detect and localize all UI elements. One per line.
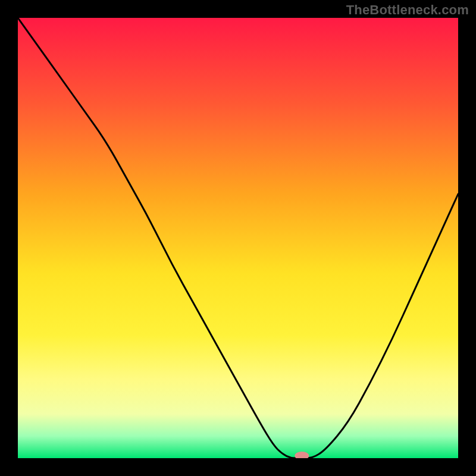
chart-frame: TheBottleneck.com: [0, 0, 476, 476]
chart-svg: [18, 18, 458, 458]
chart-plot-area: [18, 18, 458, 458]
chart-background: [18, 18, 458, 458]
watermark-text: TheBottleneck.com: [346, 2, 469, 18]
